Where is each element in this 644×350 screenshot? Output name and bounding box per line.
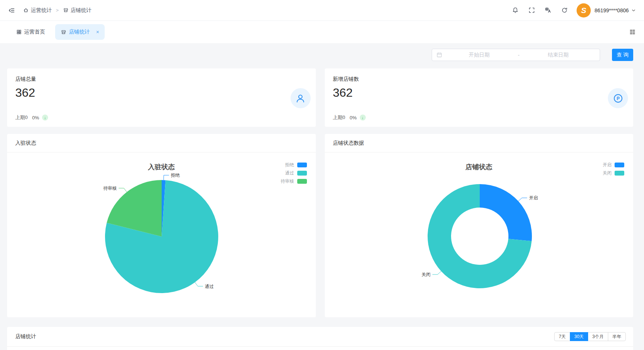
shop-statistics-section: 店铺统计 7天 30天 3个月 半年 (7, 327, 633, 350)
p-circle-icon: P (608, 88, 628, 108)
range-button-7d[interactable]: 7天 (554, 332, 570, 341)
pie-slice-label: 拒绝 (171, 173, 180, 178)
breadcrumb-item-operations[interactable]: 运营统计 (23, 7, 52, 14)
stat-value: 362 (333, 86, 625, 100)
chart-card-entry-status: 入驻状态 拒绝通过待审核 入驻状态 拒绝 通过 待审核 (7, 134, 316, 317)
stat-value: 362 (15, 86, 308, 100)
stat-footer: 上期0 0% ↓ (333, 114, 625, 121)
shop-icon (61, 29, 66, 35)
top-header: 运营统计 > 店铺统计 (0, 0, 644, 21)
date-range-picker[interactable]: 开始日期 - 结束日期 (432, 49, 600, 61)
stat-card-new-shops: 新增店铺数 362 上期0 0% ↓ P (325, 68, 634, 127)
stat-prev-label: 上期0 (15, 114, 28, 121)
p-letter: P (616, 96, 619, 101)
avatar-letter: S (581, 6, 586, 15)
chart-card-title: 店铺状态数据 (325, 134, 634, 152)
notification-bell-icon[interactable] (512, 7, 518, 13)
date-separator: - (516, 52, 521, 58)
chart-legend: 拒绝 通过 待审核 (281, 162, 307, 184)
time-range-button-group: 7天 30天 3个月 半年 (554, 332, 626, 341)
end-date-input[interactable]: 结束日期 (521, 52, 595, 58)
username[interactable]: 86199****0806 (594, 7, 629, 13)
pie-slice[interactable] (480, 184, 532, 241)
legend-label: 待审核 (281, 178, 294, 184)
tab-store-statistics[interactable]: 店铺统计 × (55, 24, 105, 40)
filter-toolbar: 开始日期 - 结束日期 查 询 (7, 49, 633, 61)
topbar-actions: S 86199****0806 (502, 3, 636, 17)
breadcrumb-label: 运营统计 (31, 7, 52, 14)
shop-icon (63, 7, 69, 13)
tab-bar: 运营首页 店铺统计 × (0, 21, 644, 43)
chart-card-shop-status: 店铺状态数据 开启关闭 店铺状态 开启 关闭 (325, 134, 634, 317)
stat-card-total-shops: 店铺总量 362 上期0 0% ↓ (7, 68, 316, 127)
section-header: 店铺统计 7天 30天 3个月 半年 (7, 327, 633, 347)
calendar-icon (437, 52, 442, 58)
chart-legend: 开启 关闭 (603, 162, 624, 176)
legend-chip (615, 163, 624, 167)
chart-body: 开启关闭 店铺状态 开启 关闭 (325, 152, 634, 317)
stat-label: 店铺总量 (15, 76, 308, 83)
pie-slice-label: 开启 (529, 195, 538, 200)
breadcrumb-label: 店铺统计 (71, 7, 92, 14)
stat-prev-label: 上期0 (333, 114, 345, 121)
range-button-30d[interactable]: 30天 (570, 332, 588, 341)
stat-footer: 上期0 0% ↓ (15, 114, 308, 121)
trend-down-icon: ↓ (360, 115, 366, 121)
stat-cards-row: 店铺总量 362 上期0 0% ↓ 新增店铺数 362 上期0 0% ↓ (7, 68, 633, 127)
range-button-6m[interactable]: 半年 (608, 332, 626, 341)
breadcrumb-item-store-stats[interactable]: 店铺统计 (63, 7, 92, 14)
translate-icon[interactable] (545, 7, 551, 13)
chart-title: 入驻状态 (7, 163, 316, 171)
legend-chip (297, 179, 307, 184)
legend-chip (615, 171, 624, 176)
section-title: 店铺统计 (15, 333, 36, 340)
legend-item[interactable]: 拒绝 (285, 162, 307, 167)
legend-item[interactable]: 开启 (603, 162, 624, 167)
pie-slice-label: 待审核 (104, 186, 117, 191)
legend-item[interactable]: 关闭 (603, 170, 624, 176)
query-button[interactable]: 查 询 (612, 49, 633, 61)
pie-slice-label: 通过 (205, 284, 214, 289)
pie-label-line (195, 282, 203, 286)
home-icon (23, 7, 29, 13)
trend-down-icon: ↓ (42, 115, 48, 121)
pie-label-line (119, 188, 127, 192)
pie-slice-label: 关闭 (421, 272, 430, 277)
legend-label: 关闭 (603, 170, 612, 176)
stat-label: 新增店铺数 (333, 76, 625, 83)
breadcrumb-separator: > (56, 7, 59, 13)
tab-label: 店铺统计 (69, 29, 90, 35)
chevron-down-icon[interactable] (631, 8, 636, 13)
legend-label: 通过 (285, 170, 294, 176)
range-button-3m[interactable]: 3个月 (588, 332, 608, 341)
fullscreen-icon[interactable] (529, 7, 535, 13)
menu-fold-icon[interactable] (8, 7, 15, 14)
shop-status-donut-chart[interactable]: 开启关闭 (325, 152, 633, 317)
charts-row: 入驻状态 拒绝通过待审核 入驻状态 拒绝 通过 待审核 (7, 134, 633, 317)
legend-chip (297, 163, 307, 167)
chart-body: 拒绝通过待审核 入驻状态 拒绝 通过 待审核 (7, 152, 316, 317)
legend-item[interactable]: 待审核 (281, 179, 307, 184)
breadcrumb: 运营统计 > 店铺统计 (23, 7, 92, 14)
stat-change-pct: 0% (350, 115, 357, 121)
pie-label-line (164, 175, 169, 180)
chart-card-title: 入驻状态 (7, 134, 316, 152)
pie-label-line (518, 198, 527, 201)
refresh-icon[interactable] (561, 7, 568, 13)
entry-status-pie-chart[interactable]: 拒绝通过待审核 (7, 152, 315, 317)
legend-label: 拒绝 (285, 162, 294, 168)
user-icon (291, 88, 311, 108)
legend-label: 开启 (603, 162, 612, 168)
close-icon[interactable]: × (96, 29, 99, 35)
chart-title: 店铺状态 (325, 163, 634, 171)
pie-label-line (432, 271, 441, 274)
tab-operations-home[interactable]: 运营首页 (16, 29, 45, 35)
legend-chip (297, 171, 307, 176)
avatar[interactable]: S (577, 3, 591, 17)
tab-list-grid-icon[interactable] (630, 29, 635, 35)
appstore-icon (16, 29, 22, 35)
main-content: 开始日期 - 结束日期 查 询 店铺总量 362 上期0 0% ↓ 新增店铺数 … (0, 43, 644, 350)
legend-item[interactable]: 通过 (285, 170, 307, 176)
tab-label: 运营首页 (24, 29, 45, 35)
start-date-input[interactable]: 开始日期 (442, 52, 516, 58)
